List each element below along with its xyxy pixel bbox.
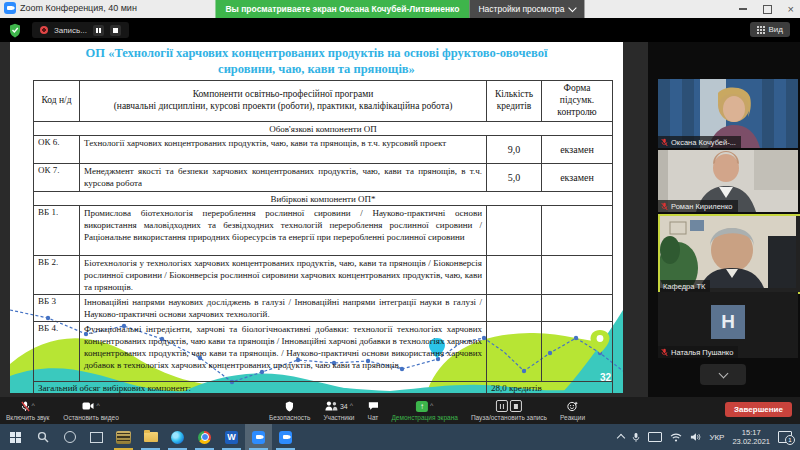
col-header-credits: Кількість кредитів <box>487 81 542 122</box>
participants-sidebar: Оксана Кочубей-... Роман Кириленко <box>648 42 800 397</box>
grid-icon <box>757 26 765 34</box>
section-row-mandatory: Обов'язкові компоненти ОП <box>34 122 613 136</box>
footer-label: Загальний обсяг вибіркових компонент: <box>34 382 487 394</box>
window-title: Zoom Конференция, 40 мин <box>20 3 137 13</box>
reactions-icon <box>567 401 578 412</box>
chevron-down-icon <box>568 4 576 12</box>
window-titlebar: Zoom Конференция, 40 мин Вы просматривае… <box>0 0 800 19</box>
table-footer-row: Загальний обсяг вибіркових компонент: 28… <box>34 382 613 394</box>
task-view-button[interactable] <box>83 424 110 450</box>
mic-muted-icon <box>661 348 668 357</box>
chat-icon <box>367 401 378 411</box>
chevron-down-icon <box>718 369 728 379</box>
view-settings-button[interactable]: Настройки просмотра <box>469 0 584 18</box>
mic-muted-icon <box>21 401 30 412</box>
pause-stop-recording-button[interactable]: Пауза/остановить запись <box>471 397 547 424</box>
end-meeting-button[interactable]: Завершение <box>725 402 792 417</box>
zoom-meeting-window: { "window": { "app_title": "Zoom Конфере… <box>0 0 800 450</box>
taskbar-zoom-active[interactable] <box>245 424 272 450</box>
chevron-up-icon[interactable]: ^ <box>96 403 99 409</box>
recording-label: Запись... <box>54 26 87 35</box>
col-header-code: Код н/д <box>34 81 80 122</box>
cortana-button[interactable] <box>56 424 83 450</box>
wifi-icon[interactable] <box>670 433 682 442</box>
reactions-button[interactable]: Реакции <box>560 397 585 424</box>
meeting-info-shield-icon[interactable] <box>8 23 22 38</box>
section-row-elective: Вибіркові компоненти ОП* <box>34 192 613 206</box>
task-view-icon <box>90 432 103 443</box>
slide-page-number: 32 <box>600 372 611 383</box>
chrome-icon <box>198 431 211 444</box>
show-hidden-icons-button[interactable] <box>617 434 625 442</box>
speaker-icon[interactable] <box>690 432 701 442</box>
cortana-icon <box>64 431 76 443</box>
col-header-component: Компоненти освітньо-професійної програми… <box>80 81 487 122</box>
tray-device-icon[interactable] <box>648 432 662 442</box>
camera-icon <box>82 402 94 410</box>
start-button[interactable] <box>2 424 29 450</box>
share-screen-icon: ↑ <box>416 401 428 412</box>
maximize-button[interactable] <box>763 5 772 14</box>
scroll-more-participants-button[interactable] <box>700 364 746 385</box>
unmute-button[interactable]: ^ Включить звук <box>6 397 49 424</box>
participant-name-tag: Оксана Кочубей-... <box>658 136 741 148</box>
video-tile[interactable]: Роман Кириленко <box>658 150 798 212</box>
chevron-up-icon[interactable]: ^ <box>32 403 35 409</box>
security-button[interactable]: Безопасность <box>269 397 310 424</box>
zoom-icon <box>279 431 292 444</box>
taskbar-zoom[interactable] <box>272 424 299 450</box>
chevron-up-icon[interactable]: ^ <box>350 403 353 409</box>
table-row: ОК 6. Технології харчових концентрованих… <box>34 136 613 164</box>
chat-button[interactable]: Чат <box>367 397 378 424</box>
stop-icon <box>510 400 522 412</box>
participants-icon <box>325 401 338 411</box>
share-screen-button[interactable]: ↑ ^ Демонстрация экрана <box>391 397 457 424</box>
taskbar-search-button[interactable] <box>29 424 56 450</box>
system-tray: УКР 15:17 23.02.2021 1 <box>618 428 800 447</box>
presentation-slide: ОП «Технології харчових концентрованих п… <box>10 42 623 393</box>
taskbar-clock[interactable]: 15:17 23.02.2021 <box>732 428 770 447</box>
meeting-topbar: Запись... Вид <box>0 18 800 42</box>
media-player-icon <box>116 431 131 444</box>
zoom-app-icon <box>4 2 16 14</box>
close-button[interactable]: × <box>788 4 794 14</box>
taskbar-word[interactable]: W <box>218 424 245 450</box>
folder-icon <box>144 432 158 442</box>
video-tile-active-speaker[interactable]: Кафедра ТК <box>658 214 800 294</box>
tray-mic-icon[interactable] <box>632 432 640 443</box>
taskbar-file-explorer[interactable] <box>137 424 164 450</box>
participants-button[interactable]: 34 ^ Участники <box>323 397 354 424</box>
chevron-up-icon[interactable]: ^ <box>430 403 433 409</box>
taskbar-media-player[interactable] <box>110 424 137 450</box>
taskbar-edge[interactable] <box>164 424 191 450</box>
table-row: ОК 7. Менеджмент якості та безпеки харчо… <box>34 164 613 192</box>
participant-name-tag: Кафедра ТК <box>660 280 710 292</box>
table-row: ВБ 1. Промислова біотехнологія переробле… <box>34 206 613 256</box>
view-menu-button[interactable]: Вид <box>750 22 790 37</box>
time: 15:17 <box>742 428 761 437</box>
date: 23.02.2021 <box>732 437 770 446</box>
participant-name-tag: Наталья Пушанко <box>658 346 738 358</box>
search-icon <box>37 431 49 443</box>
minimize-button[interactable] <box>739 8 747 10</box>
participant-video <box>660 216 796 288</box>
shared-screen-area: ОП «Технології харчових концентрованих п… <box>0 42 648 397</box>
recording-indicator: Запись... <box>32 22 129 38</box>
mic-muted-icon <box>661 138 668 147</box>
video-tile[interactable]: Оксана Кочубей-... <box>658 79 798 148</box>
participants-count: 34 <box>340 403 348 410</box>
zoom-icon <box>252 431 265 444</box>
video-tile[interactable]: Н Наталья Пушанко <box>658 292 798 358</box>
windows-logo-icon <box>10 432 21 443</box>
table-row: ВБ 4. Функціональні інгредієнти, харчові… <box>34 322 613 382</box>
stop-video-button[interactable]: ^ Остановить видео <box>63 397 118 424</box>
notification-center-button[interactable]: 1 <box>778 431 792 443</box>
stop-recording-button[interactable] <box>110 25 121 36</box>
pause-recording-button[interactable] <box>93 25 104 36</box>
language-indicator[interactable]: УКР <box>709 433 724 442</box>
taskbar-chrome[interactable] <box>191 424 218 450</box>
col-header-form: Форма підсумк. контролю <box>542 81 613 122</box>
table-row: ВБ 3 Інноваційні напрями наукових дослід… <box>34 295 613 322</box>
windows-taskbar: W УКР 15:17 23.02.2021 1 <box>0 424 800 450</box>
shield-icon <box>285 401 294 412</box>
